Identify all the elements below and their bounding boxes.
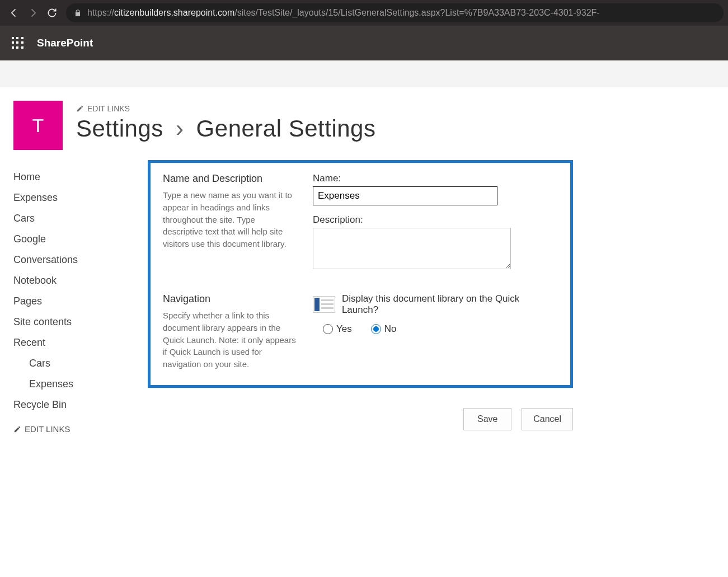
reload-button[interactable]: [43, 3, 62, 22]
pencil-icon: [13, 425, 21, 433]
main-content: Name and Description Type a new name as …: [148, 160, 728, 434]
app-launcher-button[interactable]: [6, 31, 30, 55]
url-path: /sites/TestSite/_layouts/15/ListGeneralS…: [234, 8, 599, 18]
nav-item-site-contents[interactable]: Site contents: [13, 312, 148, 332]
ribbon-placeholder: [0, 60, 728, 87]
nav-item-recycle-bin[interactable]: Recycle Bin: [13, 395, 148, 415]
suite-title[interactable]: SharePoint: [37, 37, 93, 49]
nav-item-home[interactable]: Home: [13, 167, 148, 187]
nav-item-google[interactable]: Google: [13, 229, 148, 250]
site-logo-letter: T: [32, 115, 44, 137]
chevron-right-icon: ›: [176, 115, 184, 142]
nav-item-pages[interactable]: Pages: [13, 291, 148, 312]
waffle-icon: [12, 37, 24, 49]
edit-links-label: EDIT LINKS: [87, 104, 130, 113]
page-title: Settings › General Settings: [76, 115, 728, 142]
nav-item-recent[interactable]: Recent: [13, 332, 148, 353]
quick-launch-icon: [313, 296, 335, 313]
edit-links-top[interactable]: EDIT LINKS: [76, 104, 728, 113]
section-help: Specify whether a link to this document …: [163, 309, 297, 370]
suite-bar: SharePoint: [0, 26, 728, 60]
section-navigation: Navigation Specify whether a link to thi…: [163, 293, 558, 370]
nav-item-recent-cars[interactable]: Cars: [13, 353, 148, 374]
section-title: Navigation: [163, 293, 297, 305]
cancel-button[interactable]: Cancel: [522, 408, 573, 430]
name-label: Name:: [313, 173, 558, 184]
radio-icon: [323, 324, 333, 334]
nav-item-cars[interactable]: Cars: [13, 208, 148, 229]
address-bar[interactable]: https://citizenbuilders.sharepoint.com/s…: [66, 3, 724, 22]
url-host: citizenbuilders.sharepoint.com: [114, 8, 234, 18]
description-label: Description:: [313, 214, 558, 226]
breadcrumb-root[interactable]: Settings: [76, 115, 163, 142]
save-button[interactable]: Save: [463, 408, 511, 430]
lock-icon: [74, 9, 82, 17]
nav-item-recent-expenses[interactable]: Expenses: [13, 374, 148, 395]
radio-yes[interactable]: Yes: [323, 323, 352, 335]
pencil-icon: [76, 105, 84, 112]
nav-item-notebook[interactable]: Notebook: [13, 270, 148, 291]
browser-chrome: https://citizenbuilders.sharepoint.com/s…: [0, 0, 728, 26]
left-navigation: Home Expenses Cars Google Conversations …: [13, 160, 148, 434]
edit-links-bottom[interactable]: EDIT LINKS: [13, 415, 148, 434]
section-name-description: Name and Description Type a new name as …: [163, 173, 558, 271]
name-input[interactable]: [313, 186, 497, 205]
site-logo[interactable]: T: [13, 101, 63, 150]
settings-form-highlight: Name and Description Type a new name as …: [148, 160, 573, 388]
radio-icon: [371, 324, 381, 334]
form-buttons: Save Cancel: [148, 408, 573, 430]
url-prefix: https://: [87, 8, 114, 18]
description-textarea[interactable]: [313, 228, 511, 269]
radio-yes-label: Yes: [336, 323, 352, 335]
section-help: Type a new name as you want it to appear…: [163, 189, 297, 250]
radio-no[interactable]: No: [371, 323, 397, 335]
forward-button[interactable]: [24, 3, 43, 22]
section-title: Name and Description: [163, 173, 297, 185]
breadcrumb-current: General Settings: [196, 115, 376, 142]
nav-item-expenses[interactable]: Expenses: [13, 187, 148, 208]
quick-launch-question: Display this document library on the Qui…: [342, 293, 558, 316]
radio-no-label: No: [384, 323, 397, 335]
edit-links-bottom-label: EDIT LINKS: [25, 424, 70, 434]
nav-item-conversations[interactable]: Conversations: [13, 250, 148, 270]
back-button[interactable]: [4, 3, 24, 22]
